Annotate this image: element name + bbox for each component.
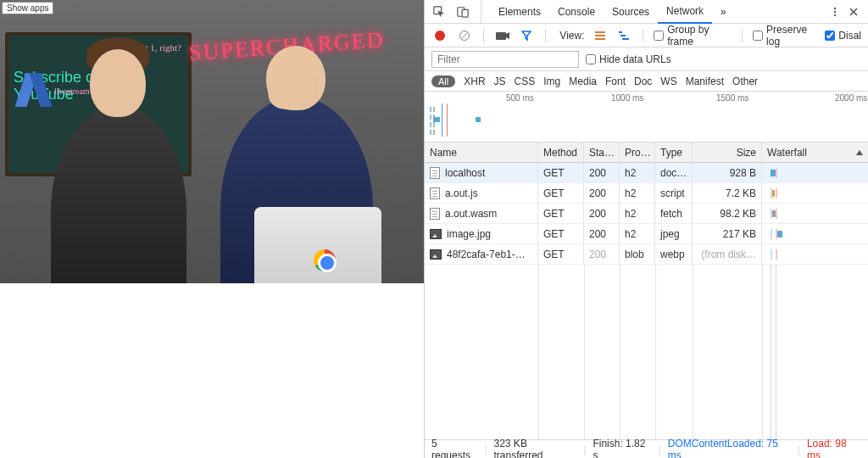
- type-img[interactable]: Img: [543, 75, 560, 87]
- kebab-menu-icon[interactable]: [826, 3, 844, 21]
- cell-type: doc…: [655, 163, 693, 183]
- disable-cache-checkbox[interactable]: Disal: [825, 30, 861, 42]
- image-file-icon: [430, 229, 442, 239]
- type-font[interactable]: Font: [605, 75, 626, 87]
- table-row[interactable]: a.out.jsGET200h2script7.2 KB: [425, 183, 868, 204]
- type-other[interactable]: Other: [732, 75, 758, 87]
- timeline-tick: 2000 ms: [835, 93, 867, 103]
- tab-network[interactable]: Network: [658, 0, 712, 24]
- svg-rect-9: [595, 35, 605, 36]
- cell-type: jpeg: [655, 224, 693, 244]
- waterfall-view-icon[interactable]: [615, 26, 632, 45]
- tab-console[interactable]: Console: [549, 0, 604, 24]
- hide-data-urls-checkbox[interactable]: Hide data URLs: [586, 53, 671, 65]
- type-js[interactable]: JS: [494, 75, 506, 87]
- cell-waterfall: [762, 224, 868, 244]
- svg-rect-8: [595, 31, 605, 33]
- col-method[interactable]: Method: [538, 142, 584, 163]
- col-waterfall[interactable]: Waterfall: [762, 142, 868, 163]
- cell-protocol: h2: [620, 183, 655, 204]
- large-rows-icon[interactable]: [591, 26, 608, 45]
- network-toolbar: View: Group by frame Preserve log Disal: [425, 24, 868, 47]
- type-ws[interactable]: WS: [660, 75, 676, 87]
- document-file-icon: [430, 187, 440, 199]
- timeline-tick: 1000 ms: [611, 93, 643, 103]
- cell-protocol: h2: [620, 204, 655, 224]
- svg-rect-2: [462, 9, 468, 17]
- cell-type: script: [655, 183, 693, 204]
- requests-table: Name Method Sta… Pro… Type Size Waterfal…: [425, 142, 868, 265]
- cell-status: 200: [584, 163, 620, 183]
- cell-name: a.out.wasm: [425, 204, 538, 224]
- cell-method: GET: [538, 244, 584, 265]
- col-size[interactable]: Size: [693, 142, 762, 163]
- type-doc[interactable]: Doc: [634, 75, 652, 87]
- clear-icon[interactable]: [455, 26, 472, 45]
- cell-status: 200: [584, 244, 620, 265]
- svg-rect-7: [496, 32, 506, 40]
- cell-size: 7.2 KB: [693, 183, 762, 204]
- status-load: Load: 98 ms: [807, 438, 861, 459]
- inspect-icon[interactable]: [430, 3, 448, 21]
- cell-name: a.out.js: [425, 183, 538, 204]
- table-row[interactable]: 48f2cafa-7eb1-…GET200blobwebp(from disk…: [425, 244, 868, 265]
- cell-waterfall: [762, 204, 868, 224]
- chrome-logo-icon: [314, 249, 336, 271]
- cell-type: webp: [655, 244, 693, 265]
- cell-waterfall: [762, 183, 868, 204]
- cell-size: 217 KB: [693, 224, 762, 244]
- screenshot-icon[interactable]: [494, 26, 511, 45]
- table-header[interactable]: Name Method Sta… Pro… Type Size Waterfal…: [425, 142, 868, 163]
- cell-waterfall: [762, 163, 868, 183]
- blank-area: [0, 283, 424, 458]
- tab-more[interactable]: »: [712, 0, 735, 24]
- type-media[interactable]: Media: [569, 75, 597, 87]
- show-apps-button[interactable]: Show apps: [2, 2, 53, 14]
- type-filters: All XHR JS CSS Img Media Font Doc WS Man…: [425, 71, 868, 92]
- table-fill: [425, 265, 868, 439]
- table-row[interactable]: a.out.wasmGET200h2fetch98.2 KB: [425, 204, 868, 224]
- cell-protocol: h2: [620, 163, 655, 183]
- tab-sources[interactable]: Sources: [604, 0, 658, 24]
- cell-method: GET: [538, 163, 584, 183]
- col-name[interactable]: Name: [425, 142, 538, 163]
- filter-row: Hide data URLs: [425, 47, 868, 71]
- image-file-icon: [430, 249, 442, 260]
- tab-elements[interactable]: Elements: [490, 0, 549, 24]
- svg-point-4: [834, 10, 836, 12]
- laptop: [254, 207, 381, 283]
- col-protocol[interactable]: Pro…: [620, 142, 655, 163]
- type-manifest[interactable]: Manifest: [686, 75, 724, 87]
- document-file-icon: [430, 167, 440, 179]
- filter-input[interactable]: [431, 51, 579, 68]
- svg-rect-13: [622, 38, 629, 40]
- record-icon[interactable]: [431, 26, 448, 45]
- table-row[interactable]: image.jpgGET200h2jpeg217 KB: [425, 224, 868, 244]
- cell-size: 928 B: [693, 163, 762, 183]
- close-icon[interactable]: [844, 3, 863, 21]
- cell-name: 48f2cafa-7eb1-…: [425, 244, 538, 265]
- device-toggle-icon[interactable]: [453, 3, 472, 21]
- svg-rect-11: [619, 31, 622, 33]
- preserve-log-checkbox[interactable]: Preserve log: [753, 24, 818, 47]
- cell-method: GET: [538, 224, 584, 244]
- type-all[interactable]: All: [431, 75, 455, 87]
- cell-waterfall: [762, 244, 868, 265]
- cell-status: 200: [584, 224, 620, 244]
- status-domcontentloaded: DOMContentLoaded: 75 ms: [668, 438, 791, 459]
- cell-size: (from disk…: [693, 244, 762, 265]
- filter-icon[interactable]: [518, 26, 535, 45]
- timeline-tick: 500 ms: [506, 93, 534, 103]
- col-type[interactable]: Type: [655, 142, 693, 163]
- col-status[interactable]: Sta…: [584, 142, 620, 163]
- table-row[interactable]: localhostGET200h2doc…928 B: [425, 163, 868, 183]
- type-css[interactable]: CSS: [515, 75, 536, 87]
- svg-rect-10: [595, 38, 605, 40]
- type-xhr[interactable]: XHR: [464, 75, 485, 87]
- cell-name: image.jpg: [425, 224, 538, 244]
- timeline-tick: 1500 ms: [716, 93, 748, 103]
- status-bar: 5 requests | 323 KB transferred | Finish…: [425, 439, 868, 458]
- timeline-overview[interactable]: 500 ms 1000 ms 1500 ms 2000 ms: [425, 92, 868, 142]
- cell-protocol: h2: [620, 224, 655, 244]
- group-by-frame-checkbox[interactable]: Group by frame: [654, 24, 732, 47]
